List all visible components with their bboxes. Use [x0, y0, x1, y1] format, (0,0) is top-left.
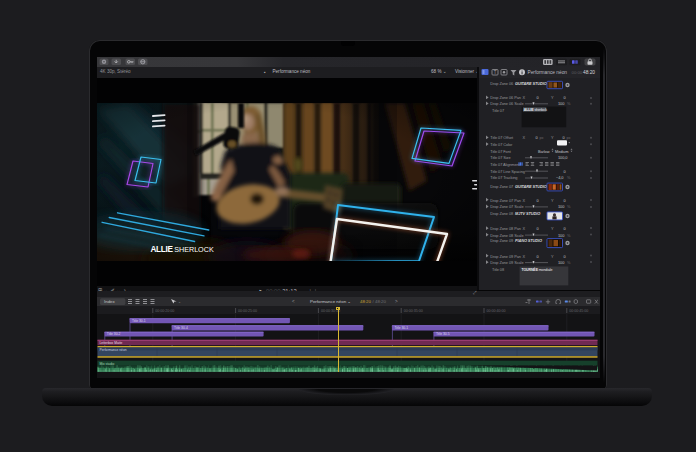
- svg-text:Drop Zone 08 Scale: Drop Zone 08 Scale: [490, 232, 523, 237]
- svg-text:Y: Y: [551, 253, 554, 258]
- svg-text:0: 0: [564, 253, 567, 258]
- svg-text:Y: Y: [551, 226, 554, 231]
- svg-text:0: 0: [537, 253, 540, 258]
- svg-text:PIANO STUDIO: PIANO STUDIO: [515, 238, 542, 243]
- svg-text:ALLIE sherlock: ALLIE sherlock: [524, 107, 547, 111]
- svg-text:−4,0: −4,0: [556, 175, 564, 180]
- svg-text:%: %: [567, 232, 571, 237]
- svg-text:Drop Zone 07 Pan: Drop Zone 07 Pan: [490, 197, 521, 202]
- svg-text:Title 08: Title 08: [492, 266, 504, 271]
- svg-text:T: T: [494, 69, 497, 75]
- svg-text:GUITARE STUDIO: GUITARE STUDIO: [515, 183, 547, 188]
- svg-text:Title 07 Line Spacing: Title 07 Line Spacing: [490, 168, 525, 173]
- svg-text:%: %: [567, 204, 571, 209]
- svg-text:TOURNÉE mondiale: TOURNÉE mondiale: [521, 267, 552, 272]
- svg-text:100: 100: [558, 101, 565, 106]
- svg-text:ALLIESHERLOCK: ALLIESHERLOCK: [151, 245, 214, 254]
- svg-text:MJTV STUDIO: MJTV STUDIO: [515, 210, 540, 215]
- svg-text:X: X: [523, 226, 526, 231]
- svg-text:0: 0: [564, 226, 567, 231]
- svg-text:Medium: Medium: [555, 148, 568, 153]
- svg-text:%: %: [567, 260, 571, 265]
- svg-text:Title 07 Offset: Title 07 Offset: [490, 135, 514, 140]
- svg-text:Mix studio: Mix studio: [100, 362, 115, 366]
- svg-text:0: 0: [564, 168, 567, 173]
- svg-text:Title 07 Size: Title 07 Size: [490, 155, 510, 160]
- svg-text:00:00: 00:00: [572, 70, 583, 75]
- svg-text:48:20: 48:20: [360, 299, 372, 304]
- svg-text:px: px: [567, 135, 571, 140]
- svg-text:0: 0: [563, 135, 566, 140]
- svg-text:Drop Zone 06: Drop Zone 06: [490, 81, 513, 86]
- svg-text:Performance néon ⌄: Performance néon ⌄: [310, 299, 351, 304]
- svg-text:%: %: [567, 101, 571, 106]
- svg-text:0: 0: [564, 95, 567, 100]
- svg-text:Drop Zone 06 Scale: Drop Zone 06 Scale: [490, 101, 523, 106]
- svg-text:>: >: [395, 299, 398, 304]
- svg-text:<: <: [292, 299, 295, 304]
- svg-text:Index: Index: [104, 298, 116, 303]
- svg-text:%: %: [567, 175, 571, 180]
- svg-text:0: 0: [564, 197, 567, 202]
- svg-text:Drop Zone 09 Pan: Drop Zone 09 Pan: [490, 253, 521, 258]
- svg-text:Title 30-2: Title 30-2: [107, 332, 121, 336]
- svg-text:0: 0: [536, 135, 539, 140]
- svg-text:Drop Zone 08: Drop Zone 08: [490, 210, 513, 215]
- svg-text:Title 07 Color: Title 07 Color: [490, 141, 513, 146]
- svg-text:Title 30-5: Title 30-5: [436, 332, 450, 336]
- svg-text:Title 30-1: Title 30-1: [132, 319, 146, 323]
- svg-text:Y: Y: [551, 197, 554, 202]
- svg-text:Barlow: Barlow: [538, 148, 550, 153]
- svg-text:Y: Y: [551, 95, 554, 100]
- svg-text:Title 30-4: Title 30-4: [174, 326, 188, 330]
- svg-text:Drop Zone 06 Pan: Drop Zone 06 Pan: [490, 95, 521, 100]
- svg-text:X: X: [523, 197, 526, 202]
- svg-text:Drop Zone 07: Drop Zone 07: [490, 183, 513, 188]
- svg-text:Title 07 Alignment: Title 07 Alignment: [490, 161, 520, 166]
- svg-text:Drop Zone 09 Scale: Drop Zone 09 Scale: [490, 260, 523, 265]
- svg-text:Drop Zone 09: Drop Zone 09: [490, 238, 513, 243]
- svg-text:Performance néon: Performance néon: [100, 348, 127, 352]
- svg-text:Letterbox Matte: Letterbox Matte: [100, 341, 123, 345]
- svg-text:0: 0: [537, 95, 540, 100]
- svg-text:Drop Zone 08 Pan: Drop Zone 08 Pan: [490, 226, 521, 231]
- svg-text:100: 100: [558, 260, 565, 265]
- svg-text:/ 48:20: / 48:20: [373, 299, 387, 304]
- svg-text:X: X: [523, 135, 526, 140]
- svg-text:GUITARE STUDIO: GUITARE STUDIO: [515, 81, 547, 86]
- svg-text:Drop Zone 07 Scale: Drop Zone 07 Scale: [490, 204, 523, 209]
- svg-text:100: 100: [558, 232, 565, 237]
- svg-text:48:20: 48:20: [583, 70, 595, 75]
- svg-text:0: 0: [537, 226, 540, 231]
- svg-text:X: X: [523, 253, 526, 258]
- svg-text:Title 07: Title 07: [492, 108, 504, 113]
- svg-text:Title 07 Font: Title 07 Font: [490, 148, 511, 153]
- svg-text:Title 30-1: Title 30-1: [394, 326, 408, 330]
- svg-text:Title 07 Tracking: Title 07 Tracking: [490, 175, 517, 180]
- svg-text:px: px: [540, 135, 544, 140]
- svg-text:Performance néon: Performance néon: [528, 70, 568, 75]
- svg-text:Y: Y: [551, 135, 554, 140]
- svg-text:X: X: [523, 95, 526, 100]
- svg-text:100: 100: [558, 204, 565, 209]
- svg-text:100,0: 100,0: [558, 155, 568, 160]
- svg-text:⌄: ⌄: [178, 300, 181, 304]
- svg-text:0: 0: [537, 197, 540, 202]
